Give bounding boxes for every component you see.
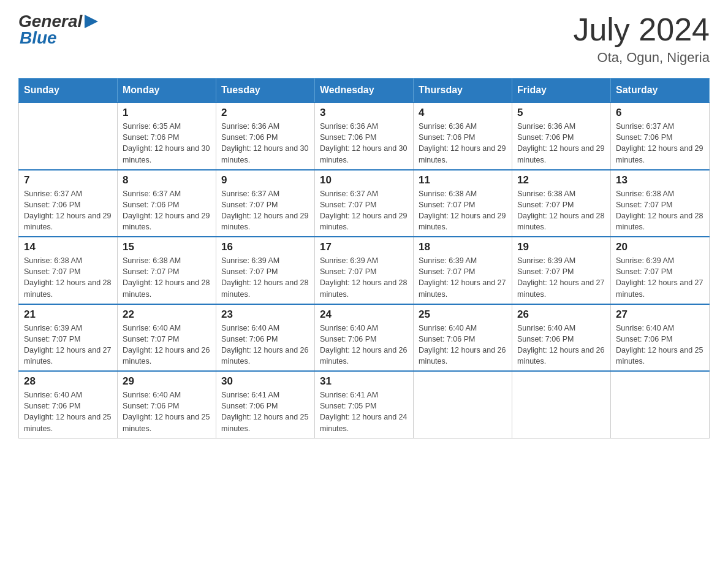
day-info: Sunrise: 6:37 AMSunset: 7:06 PMDaylight:… bbox=[123, 188, 211, 233]
month-year-title: July 2024 bbox=[573, 12, 710, 47]
day-number: 4 bbox=[419, 107, 507, 119]
day-info: Sunrise: 6:39 AMSunset: 7:07 PMDaylight:… bbox=[419, 255, 507, 300]
calendar-day-cell: 9Sunrise: 6:37 AMSunset: 7:07 PMDaylight… bbox=[216, 170, 315, 237]
day-number: 5 bbox=[517, 107, 605, 119]
calendar-day-cell: 19Sunrise: 6:39 AMSunset: 7:07 PMDayligh… bbox=[512, 237, 611, 304]
day-info: Sunrise: 6:36 AMSunset: 7:06 PMDaylight:… bbox=[517, 121, 605, 166]
calendar-week-row: 7Sunrise: 6:37 AMSunset: 7:06 PMDaylight… bbox=[19, 170, 710, 237]
calendar-day-cell: 17Sunrise: 6:39 AMSunset: 7:07 PMDayligh… bbox=[315, 237, 414, 304]
day-info: Sunrise: 6:37 AMSunset: 7:07 PMDaylight:… bbox=[221, 188, 309, 233]
calendar-day-cell bbox=[414, 371, 512, 438]
calendar-day-cell: 31Sunrise: 6:41 AMSunset: 7:05 PMDayligh… bbox=[315, 371, 414, 438]
day-number: 15 bbox=[123, 241, 211, 253]
day-number: 30 bbox=[221, 375, 309, 388]
calendar-day-cell: 10Sunrise: 6:37 AMSunset: 7:07 PMDayligh… bbox=[315, 170, 414, 237]
day-info: Sunrise: 6:40 AMSunset: 7:06 PMDaylight:… bbox=[24, 389, 112, 434]
day-info: Sunrise: 6:38 AMSunset: 7:07 PMDaylight:… bbox=[419, 188, 507, 233]
day-number: 8 bbox=[123, 174, 211, 186]
day-number: 23 bbox=[221, 308, 309, 321]
calendar-day-cell: 22Sunrise: 6:40 AMSunset: 7:07 PMDayligh… bbox=[118, 304, 216, 372]
day-number: 19 bbox=[517, 241, 605, 253]
calendar-week-row: 21Sunrise: 6:39 AMSunset: 7:07 PMDayligh… bbox=[19, 304, 710, 372]
weekday-header-sunday: Sunday bbox=[19, 79, 118, 103]
day-info: Sunrise: 6:36 AMSunset: 7:06 PMDaylight:… bbox=[320, 121, 408, 166]
day-info: Sunrise: 6:39 AMSunset: 7:07 PMDaylight:… bbox=[616, 255, 704, 300]
day-number: 31 bbox=[320, 375, 408, 388]
day-number: 13 bbox=[616, 174, 704, 186]
calendar-day-cell: 1Sunrise: 6:35 AMSunset: 7:06 PMDaylight… bbox=[118, 102, 216, 170]
day-number: 10 bbox=[320, 174, 408, 186]
calendar-week-row: 1Sunrise: 6:35 AMSunset: 7:06 PMDaylight… bbox=[19, 102, 710, 170]
day-number: 14 bbox=[24, 241, 112, 253]
calendar-day-cell: 8Sunrise: 6:37 AMSunset: 7:06 PMDaylight… bbox=[118, 170, 216, 237]
header-right: July 2024 Ota, Ogun, Nigeria bbox=[573, 12, 710, 66]
day-info: Sunrise: 6:39 AMSunset: 7:07 PMDaylight:… bbox=[24, 323, 112, 367]
day-number: 17 bbox=[320, 241, 408, 253]
day-info: Sunrise: 6:36 AMSunset: 7:06 PMDaylight:… bbox=[419, 121, 507, 166]
calendar-day-cell: 16Sunrise: 6:39 AMSunset: 7:07 PMDayligh… bbox=[216, 237, 315, 304]
page-header: General Blue July 2024 Ota, Ogun, Nigeri… bbox=[18, 12, 710, 66]
calendar-day-cell: 12Sunrise: 6:38 AMSunset: 7:07 PMDayligh… bbox=[512, 170, 611, 237]
day-number: 22 bbox=[123, 308, 211, 321]
calendar-day-cell: 23Sunrise: 6:40 AMSunset: 7:06 PMDayligh… bbox=[216, 304, 315, 372]
calendar-day-cell: 2Sunrise: 6:36 AMSunset: 7:06 PMDaylight… bbox=[216, 102, 315, 170]
calendar-day-cell: 29Sunrise: 6:40 AMSunset: 7:06 PMDayligh… bbox=[118, 371, 216, 438]
day-info: Sunrise: 6:40 AMSunset: 7:06 PMDaylight:… bbox=[616, 323, 704, 367]
day-info: Sunrise: 6:40 AMSunset: 7:06 PMDaylight:… bbox=[320, 323, 408, 367]
logo-blue-text: Blue bbox=[18, 29, 98, 48]
calendar-day-cell: 30Sunrise: 6:41 AMSunset: 7:06 PMDayligh… bbox=[216, 371, 315, 438]
weekday-header-friday: Friday bbox=[512, 79, 611, 103]
day-info: Sunrise: 6:40 AMSunset: 7:06 PMDaylight:… bbox=[419, 323, 507, 367]
calendar-day-cell bbox=[611, 371, 710, 438]
svg-marker-0 bbox=[85, 15, 98, 28]
day-info: Sunrise: 6:39 AMSunset: 7:07 PMDaylight:… bbox=[517, 255, 605, 300]
day-number: 16 bbox=[221, 241, 309, 253]
calendar-day-cell: 5Sunrise: 6:36 AMSunset: 7:06 PMDaylight… bbox=[512, 102, 611, 170]
location-title: Ota, Ogun, Nigeria bbox=[573, 50, 710, 66]
day-info: Sunrise: 6:41 AMSunset: 7:06 PMDaylight:… bbox=[221, 389, 309, 434]
calendar-header-row: SundayMondayTuesdayWednesdayThursdayFrid… bbox=[19, 79, 710, 103]
logo: General Blue bbox=[18, 12, 98, 48]
calendar-day-cell: 26Sunrise: 6:40 AMSunset: 7:06 PMDayligh… bbox=[512, 304, 611, 372]
calendar-day-cell: 20Sunrise: 6:39 AMSunset: 7:07 PMDayligh… bbox=[611, 237, 710, 304]
day-info: Sunrise: 6:38 AMSunset: 7:07 PMDaylight:… bbox=[123, 255, 211, 300]
calendar-week-row: 14Sunrise: 6:38 AMSunset: 7:07 PMDayligh… bbox=[19, 237, 710, 304]
calendar-day-cell bbox=[19, 102, 118, 170]
calendar-day-cell: 4Sunrise: 6:36 AMSunset: 7:06 PMDaylight… bbox=[414, 102, 512, 170]
weekday-header-monday: Monday bbox=[118, 79, 216, 103]
day-number: 21 bbox=[24, 308, 112, 321]
day-info: Sunrise: 6:37 AMSunset: 7:06 PMDaylight:… bbox=[616, 121, 704, 166]
day-number: 29 bbox=[123, 375, 211, 388]
calendar-day-cell: 6Sunrise: 6:37 AMSunset: 7:06 PMDaylight… bbox=[611, 102, 710, 170]
day-info: Sunrise: 6:38 AMSunset: 7:07 PMDaylight:… bbox=[616, 188, 704, 233]
day-info: Sunrise: 6:37 AMSunset: 7:06 PMDaylight:… bbox=[24, 188, 112, 233]
calendar-table: SundayMondayTuesdayWednesdayThursdayFrid… bbox=[18, 78, 710, 439]
day-number: 26 bbox=[517, 308, 605, 321]
day-info: Sunrise: 6:40 AMSunset: 7:07 PMDaylight:… bbox=[123, 323, 211, 367]
weekday-header-thursday: Thursday bbox=[414, 79, 512, 103]
day-info: Sunrise: 6:35 AMSunset: 7:06 PMDaylight:… bbox=[123, 121, 211, 166]
day-number: 2 bbox=[221, 107, 309, 119]
day-info: Sunrise: 6:38 AMSunset: 7:07 PMDaylight:… bbox=[517, 188, 605, 233]
day-number: 28 bbox=[24, 375, 112, 388]
day-number: 7 bbox=[24, 174, 112, 186]
weekday-header-saturday: Saturday bbox=[611, 79, 710, 103]
calendar-day-cell: 11Sunrise: 6:38 AMSunset: 7:07 PMDayligh… bbox=[414, 170, 512, 237]
day-info: Sunrise: 6:40 AMSunset: 7:06 PMDaylight:… bbox=[123, 389, 211, 434]
day-number: 11 bbox=[419, 174, 507, 186]
day-info: Sunrise: 6:36 AMSunset: 7:06 PMDaylight:… bbox=[221, 121, 309, 166]
day-number: 27 bbox=[616, 308, 704, 321]
calendar-day-cell: 14Sunrise: 6:38 AMSunset: 7:07 PMDayligh… bbox=[19, 237, 118, 304]
logo-arrow-icon bbox=[85, 15, 98, 28]
weekday-header-tuesday: Tuesday bbox=[216, 79, 315, 103]
day-number: 25 bbox=[419, 308, 507, 321]
day-info: Sunrise: 6:37 AMSunset: 7:07 PMDaylight:… bbox=[320, 188, 408, 233]
day-info: Sunrise: 6:38 AMSunset: 7:07 PMDaylight:… bbox=[24, 255, 112, 300]
day-info: Sunrise: 6:39 AMSunset: 7:07 PMDaylight:… bbox=[320, 255, 408, 300]
day-info: Sunrise: 6:41 AMSunset: 7:05 PMDaylight:… bbox=[320, 389, 408, 434]
calendar-week-row: 28Sunrise: 6:40 AMSunset: 7:06 PMDayligh… bbox=[19, 371, 710, 438]
day-info: Sunrise: 6:40 AMSunset: 7:06 PMDaylight:… bbox=[517, 323, 605, 367]
calendar-day-cell: 25Sunrise: 6:40 AMSunset: 7:06 PMDayligh… bbox=[414, 304, 512, 372]
day-number: 24 bbox=[320, 308, 408, 321]
calendar-day-cell: 13Sunrise: 6:38 AMSunset: 7:07 PMDayligh… bbox=[611, 170, 710, 237]
